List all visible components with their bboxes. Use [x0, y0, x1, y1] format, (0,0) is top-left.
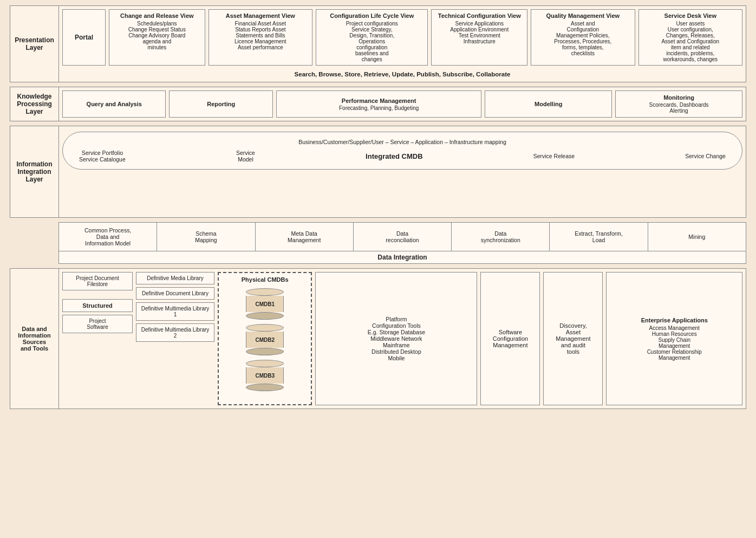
service-change: Service Change: [685, 153, 726, 159]
information-integration-content: Business/Customer/Supplier/User – Servic…: [59, 126, 746, 217]
technical-config-content: Service Applications Application Environ…: [435, 21, 524, 44]
monitoring-box: Monitoring Scorecards, Dashboards Alerti…: [615, 90, 742, 118]
physical-cmdbs-title: Physical CMDBs: [242, 276, 289, 283]
change-release-content: Schedules/plans Change Request Status Ch…: [113, 21, 201, 50]
search-bar: Search, Browse, Store, Retrieve, Update,…: [62, 68, 742, 79]
technical-config-view-box: Technical Configuration View Service App…: [431, 9, 527, 66]
enterprise-applications-title: Enterprise Applications: [610, 317, 739, 323]
ellipse-top-text: Business/Customer/Supplier/User – Servic…: [74, 139, 731, 145]
cmdb3-top: [246, 360, 284, 367]
quality-mgmt-title: Quality Management View: [535, 12, 631, 19]
data-synchronization-box: Data synchronization: [452, 223, 550, 251]
definitive-media-library: Definitive Media Library: [136, 272, 214, 284]
cmdb3-body: CMDB3: [246, 367, 284, 384]
meta-data-mgmt-box: Meta Data Management: [256, 223, 354, 251]
cmdb1-bottom: [246, 312, 284, 320]
discovery-text: Discovery, Asset Management and audit to…: [556, 322, 590, 355]
physical-cmdbs-section: Physical CMDBs CMDB1 CMDB2: [218, 272, 312, 405]
definitive-libs-col: Definitive Media Library Definitive Docu…: [136, 272, 214, 405]
project-software-box: Project Software: [62, 315, 133, 333]
extract-transform-load-box: Extract, Transform, Load: [550, 223, 648, 251]
technical-config-title: Technical Configuration View: [435, 12, 524, 19]
data-information-label: Data and Information Sources and Tools: [10, 269, 59, 409]
ellipse-bottom: Service Portfolio Service Catalogue Serv…: [74, 150, 731, 163]
search-bar-text: Search, Browse, Store, Retrieve, Update,…: [295, 71, 511, 77]
enterprise-applications-box: Enterprise Applications Access Managemen…: [606, 272, 742, 405]
knowledge-processing-label: Knowledge Processing Layer: [10, 87, 59, 121]
reporting-box: Reporting: [169, 90, 272, 118]
presentation-layer: Presentation Layer Portal Change and Rel…: [10, 5, 746, 82]
common-process-box: Common Process, Data and Information Mod…: [59, 223, 157, 251]
config-lifecycle-title: Configuration Life Cycle View: [320, 12, 424, 19]
software-cm-text: Software Configuration Management: [493, 329, 528, 348]
integrated-cmdb: Integrated CMDB: [366, 152, 422, 160]
cmdb2-body: CMDB2: [246, 332, 284, 348]
information-integration-label: Information Integration Layer: [10, 126, 59, 217]
data-integration-row: Common Process, Data and Information Mod…: [10, 222, 746, 264]
asset-management-view-box: Asset Management View Financial Asset As…: [208, 9, 312, 66]
data-integration-label: Data Integration: [59, 251, 746, 263]
main-diagram: Presentation Layer Portal Change and Rel…: [10, 5, 746, 409]
data-info-main-row: Project Document Filestore Structured Pr…: [62, 272, 742, 405]
portal-box: Portal: [62, 9, 106, 66]
platform-config-tools-box: Platform Configuration Tools E.g. Storag…: [315, 272, 477, 405]
data-integration-section: Common Process, Data and Information Mod…: [58, 222, 746, 264]
cmdb3-bottom: [246, 384, 284, 391]
mining-box: Mining: [648, 223, 746, 251]
portal-label: Portal: [75, 34, 93, 41]
performance-mgmt-sub: Forecasting, Planning, Budgeting: [339, 105, 419, 111]
modelling-title: Modelling: [535, 101, 562, 107]
config-lifecycle-content: Project configurations Service Strategy,…: [320, 21, 424, 62]
modelling-box: Modelling: [485, 90, 612, 118]
service-desk-title: Service Desk View: [642, 12, 739, 19]
cmdb2-top: [246, 324, 284, 332]
left-col: Project Document Filestore Structured Pr…: [62, 272, 133, 405]
ellipse-container: Business/Customer/Supplier/User – Servic…: [62, 132, 742, 170]
cmdb1-top: [246, 288, 284, 296]
cmdb1-body: CMDB1: [246, 296, 284, 312]
definitive-multimedia-2: Definitive Multimedia Library 2: [136, 323, 214, 342]
knowledge-processing-layer: Knowledge Processing Layer Query and Ana…: [10, 87, 746, 121]
change-release-view-box: Change and Release View Schedules/plans …: [109, 9, 205, 66]
service-desk-content: User assets User configuration, Changes,…: [642, 21, 739, 62]
information-integration-layer: Information Integration Layer Business/C…: [10, 126, 746, 218]
definitive-doc-library: Definitive Document Library: [136, 287, 214, 300]
config-lifecycle-view-box: Configuration Life Cycle View Project co…: [316, 9, 428, 66]
query-analysis-title: Query and Analysis: [87, 101, 142, 107]
enterprise-applications-items: Access Management Human Resources Supply…: [610, 325, 739, 361]
quality-mgmt-content: Asset and Configuration Management Polic…: [535, 21, 631, 56]
knowledge-processing-content: Query and Analysis Reporting Performance…: [59, 87, 746, 121]
service-desk-view-box: Service Desk View User assets User confi…: [638, 9, 742, 66]
performance-mgmt-title: Performance Management: [342, 98, 416, 104]
change-release-title: Change and Release View: [113, 12, 201, 19]
data-information-layer: Data and Information Sources and Tools P…: [10, 268, 746, 409]
quality-mgmt-view-box: Quality Management View Asset and Config…: [531, 9, 635, 66]
asset-management-title: Asset Management View: [212, 12, 309, 19]
software-cm-box: Software Configuration Management: [480, 272, 540, 405]
service-model: ServiceModel: [236, 150, 255, 163]
presentation-layer-content: Portal Change and Release View Schedules…: [59, 6, 746, 82]
discovery-box: Discovery, Asset Management and audit to…: [543, 272, 603, 405]
data-integration-spacer: [10, 222, 58, 264]
monitoring-sub: Scorecards, Dashboards Alerting: [649, 102, 709, 114]
data-integration-boxes: Common Process, Data and Information Mod…: [59, 223, 746, 251]
presentation-boxes: Portal Change and Release View Schedules…: [62, 9, 742, 66]
data-reconciliation-box: Data reconciliation: [354, 223, 452, 251]
cmdb2-cylinder: CMDB2: [246, 324, 284, 355]
kp-boxes: Query and Analysis Reporting Performance…: [62, 90, 742, 118]
schema-mapping-box: Schema Mapping: [157, 223, 255, 251]
data-information-content: Project Document Filestore Structured Pr…: [59, 269, 746, 409]
service-portfolio: Service Portfolio Service Catalogue: [79, 150, 126, 163]
query-analysis-box: Query and Analysis: [62, 90, 166, 118]
definitive-multimedia-1: Definitive Multimedia Library 1: [136, 302, 214, 321]
performance-mgmt-box: Performance Management Forecasting, Plan…: [276, 90, 481, 118]
asset-management-content: Financial Asset Asset Status Reports Ass…: [212, 21, 309, 50]
cmdb2-bottom: [246, 348, 284, 355]
project-doc-box: Project Document Filestore: [62, 272, 133, 290]
monitoring-title: Monitoring: [663, 94, 694, 101]
platform-config-tools-text: Platform Configuration Tools E.g. Storag…: [368, 316, 425, 361]
cmdb3-cylinder: CMDB3: [246, 360, 284, 391]
structured-box: Structured: [62, 299, 133, 312]
presentation-layer-label: Presentation Layer: [10, 6, 59, 82]
service-release: Service Release: [533, 153, 575, 159]
